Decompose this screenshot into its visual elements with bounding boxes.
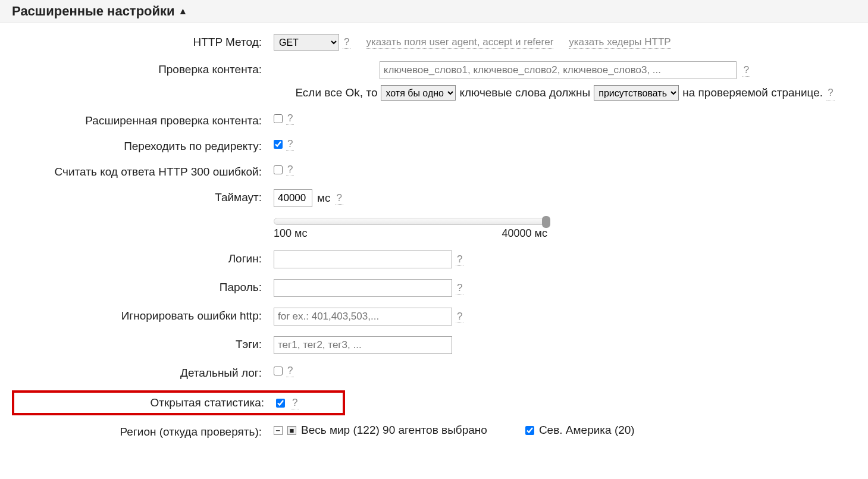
detailed-log-label: Детальный лог: — [12, 365, 274, 380]
timeout-input[interactable] — [274, 189, 312, 207]
http-300-error-checkbox[interactable] — [274, 165, 283, 174]
content-presence-select[interactable]: присутствовать — [594, 85, 679, 101]
http-method-select[interactable]: GET — [274, 34, 339, 51]
help-icon[interactable]: ? — [286, 365, 294, 377]
content-match-mode-select[interactable]: хотя бы одно — [381, 85, 456, 101]
content-explain-suffix: на проверяемой странице. — [682, 84, 823, 102]
help-icon[interactable]: ? — [343, 36, 350, 49]
help-icon[interactable]: ? — [456, 282, 463, 295]
region-world-checkbox[interactable]: ■ — [287, 426, 296, 435]
password-input[interactable] — [274, 279, 452, 297]
ext-content-check-checkbox[interactable] — [274, 114, 283, 123]
content-check-input[interactable] — [380, 61, 737, 79]
timeout-label: Таймаут: — [12, 189, 274, 204]
help-icon[interactable]: ? — [286, 164, 294, 176]
content-explain-prefix: Если все Ok, то — [295, 84, 377, 102]
user-agent-link[interactable]: указать поля user agent, accept и refere… — [366, 36, 553, 49]
help-icon[interactable]: ? — [336, 192, 343, 205]
http-300-error-label: Считать код ответа HTTP 300 ошибкой: — [12, 164, 274, 179]
region-label: Регион (откуда проверять): — [12, 424, 274, 439]
follow-redirect-checkbox[interactable] — [274, 140, 283, 149]
advanced-settings-title: Расширенные настройки — [12, 4, 175, 19]
help-icon[interactable]: ? — [291, 397, 299, 409]
ignore-http-label: Игнорировать ошибки http: — [12, 308, 274, 323]
slider-thumb[interactable] — [542, 216, 550, 228]
slider-max-label: 40000 мс — [502, 227, 547, 240]
password-label: Пароль: — [12, 279, 274, 294]
follow-redirect-label: Переходить по редиректу: — [12, 138, 274, 153]
region-north-america-label: Сев. Америка (20) — [539, 424, 635, 437]
timeout-unit: мс — [317, 192, 331, 205]
tags-input[interactable] — [274, 336, 452, 354]
region-world-label: Весь мир (122) 90 агентов выбрано — [301, 424, 487, 437]
tree-collapse-icon[interactable]: − — [274, 426, 283, 435]
help-icon[interactable]: ? — [286, 112, 294, 125]
help-icon[interactable]: ? — [456, 253, 463, 266]
advanced-settings-header[interactable]: Расширенные настройки ▲ — [12, 4, 856, 19]
content-explain-mid: ключевые слова должны — [459, 84, 590, 102]
tags-label: Тэги: — [12, 336, 274, 351]
help-icon[interactable]: ? — [742, 64, 750, 77]
help-icon[interactable]: ? — [826, 84, 834, 101]
open-stats-label: Открытая статистика: — [14, 396, 276, 409]
timeout-slider[interactable] — [274, 218, 547, 225]
region-north-america-checkbox[interactable] — [525, 426, 534, 435]
http-method-label: HTTP Метод: — [12, 34, 274, 49]
open-stats-checkbox[interactable] — [276, 399, 285, 408]
help-icon[interactable]: ? — [456, 311, 463, 323]
detailed-log-checkbox[interactable] — [274, 367, 283, 375]
login-input[interactable] — [274, 251, 452, 268]
help-icon[interactable]: ? — [286, 138, 294, 151]
content-check-label: Проверка контента: — [12, 61, 274, 76]
login-label: Логин: — [12, 251, 274, 265]
http-headers-link[interactable]: указать хедеры HTTP — [569, 36, 670, 49]
ext-content-check-label: Расширенная проверка контента: — [12, 112, 274, 127]
slider-min-label: 100 мс — [274, 227, 307, 240]
ignore-http-input[interactable] — [274, 308, 452, 325]
open-stats-highlight: Открытая статистика: ? — [12, 390, 345, 415]
chevron-up-icon: ▲ — [178, 6, 188, 17]
